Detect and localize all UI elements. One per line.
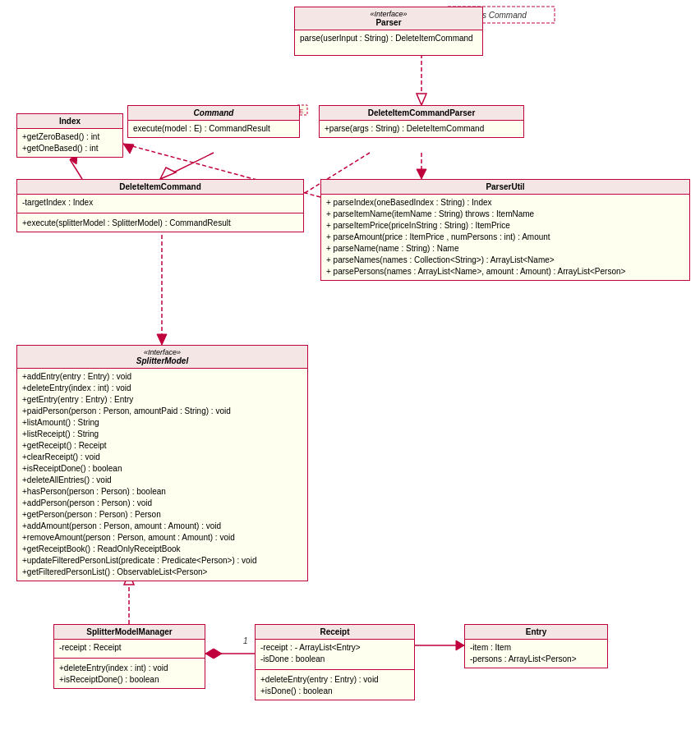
parser-header: «Interface» Parser — [295, 7, 482, 30]
delete-item-command-name: DeleteItemCommand — [21, 182, 299, 191]
splitter-model-manager-box: SplitterModelManager -receipt : Receipt … — [53, 624, 205, 689]
sm-field-17: +getFilteredPersonList() : ObservableLis… — [22, 567, 302, 578]
multiplicity-label-one: 1 — [243, 636, 248, 645]
parser-method-0: parse(userInput : String) : DeleteItemCo… — [300, 33, 477, 44]
index-box: Index +getZeroBased() : int +getOneBased… — [16, 113, 123, 158]
parser-util-field-3: + parseAmount(price : ItemPrice , numPer… — [326, 232, 684, 243]
command-box: Command execute(model : E) : CommandResu… — [127, 105, 300, 138]
sm-field-16: +updateFilteredPersonList(predicate : Pr… — [22, 555, 302, 567]
parser-box: «Interface» Parser parse(userInput : Str… — [294, 7, 483, 56]
svg-marker-13 — [157, 334, 167, 345]
parser-util-field-4: + parseName(name : String) : Name — [326, 243, 684, 255]
splitter-model-body: +addEntry(entry : Entry) : void +deleteE… — [17, 369, 307, 581]
svg-marker-11 — [123, 144, 134, 154]
parser-util-box: ParserUtil + parseIndex(oneBasedIndex : … — [320, 179, 690, 281]
sm-field-5: +listReceipt() : String — [22, 429, 302, 440]
receipt-method-1: +isDone() : boolean — [260, 686, 409, 697]
receipt-box: Receipt -receipt : - ArrayList<Entry> -i… — [255, 624, 415, 700]
delete-item-command-fields: -targetIndex : Index — [17, 195, 303, 211]
splitter-model-box: «Interface» SplitterModel +addEntry(entr… — [16, 345, 308, 581]
entry-box: Entry -item : Item -persons : ArrayList<… — [464, 624, 608, 668]
entry-name: Entry — [469, 627, 603, 636]
svg-marker-19 — [456, 640, 464, 650]
smm-method-0: +deleteEntry(index : int) : void — [59, 663, 200, 674]
delete-item-command-box: DeleteItemCommand -targetIndex : Index +… — [16, 179, 304, 232]
receipt-name: Receipt — [260, 627, 410, 636]
sm-field-14: +removeAmount(person : Person, amount : … — [22, 532, 302, 544]
parser-util-field-6: + parsePersons(names : ArrayList<Name>, … — [326, 266, 684, 278]
splitter-model-stereotype: «Interface» — [21, 348, 303, 356]
delete-item-command-divider — [17, 213, 303, 213]
receipt-divider — [256, 669, 414, 670]
entry-fields: -item : Item -persons : ArrayList<Person… — [465, 640, 607, 668]
index-name: Index — [21, 117, 118, 126]
delete-item-command-methods: +execute(splitterModel : SplitterModel) … — [17, 215, 303, 232]
parser-stereotype: «Interface» — [299, 10, 478, 18]
smm-field-0: -receipt : Receipt — [59, 642, 200, 654]
parser-body: parse(userInput : String) : DeleteItemCo… — [295, 30, 482, 47]
sm-field-2: +getEntry(entry : Entry) : Entry — [22, 394, 302, 406]
sm-field-9: +deleteAllEntries() : void — [22, 475, 302, 486]
command-body: execute(model : E) : CommandResult — [128, 121, 299, 137]
svg-marker-1 — [417, 94, 426, 105]
sm-field-12: +getPerson(person : Person) : Person — [22, 509, 302, 521]
svg-line-2 — [160, 153, 214, 179]
svg-marker-3 — [160, 168, 176, 179]
delete-item-command-method-0: +execute(splitterModel : SplitterModel) … — [22, 218, 298, 229]
smm-fields: -receipt : Receipt — [54, 640, 205, 656]
index-field-0: +getZeroBased() : int — [22, 131, 117, 143]
delete-item-command-parser-method-0: +parse(args : String) : DeleteItemComman… — [325, 123, 518, 135]
receipt-method-0: +deleteEntry(entry : Entry) : void — [260, 674, 409, 686]
delete-item-command-parser-name: DeleteItemCommandParser — [324, 108, 519, 117]
svg-marker-17 — [205, 649, 222, 659]
parser-util-name: ParserUtil — [325, 182, 685, 191]
receipt-field-0: -receipt : - ArrayList<Entry> — [260, 642, 409, 654]
splitter-model-name: SplitterModel — [21, 356, 303, 365]
delete-item-command-field-0: -targetIndex : Index — [22, 197, 298, 209]
sm-field-0: +addEntry(entry : Entry) : void — [22, 371, 302, 383]
smm-name: SplitterModelManager — [58, 627, 200, 636]
entry-field-0: -item : Item — [470, 642, 602, 654]
sm-field-3: +paidPerson(person : Person, amountPaid … — [22, 406, 302, 417]
sm-field-13: +addAmount(person : Person, amount : Amo… — [22, 521, 302, 532]
index-field-1: +getOneBased() : int — [22, 143, 117, 154]
sm-field-11: +addPerson(person : Person) : void — [22, 498, 302, 509]
command-name: Command — [132, 108, 295, 117]
receipt-methods: +deleteEntry(entry : Entry) : void +isDo… — [256, 672, 414, 700]
parser-util-header: ParserUtil — [321, 180, 689, 195]
parser-util-field-2: + parseItemPrice(priceInString : String)… — [326, 220, 684, 232]
index-body: +getZeroBased() : int +getOneBased() : i… — [17, 129, 122, 157]
entry-field-1: -persons : ArrayList<Person> — [470, 654, 602, 665]
delete-item-command-header: DeleteItemCommand — [17, 180, 303, 195]
index-header: Index — [17, 114, 122, 129]
sm-field-6: +getReceipt() : Receipt — [22, 440, 302, 452]
parser-util-body: + parseIndex(oneBasedIndex : String) : I… — [321, 195, 689, 280]
parser-util-field-5: + parseNames(names : Collection<String>)… — [326, 255, 684, 266]
delete-item-command-parser-header: DeleteItemCommandParser — [320, 106, 523, 121]
sm-field-10: +hasPerson(person : Person) : boolean — [22, 486, 302, 498]
delete-item-command-parser-body: +parse(args : String) : DeleteItemComman… — [320, 121, 523, 137]
delete-item-command-parser-box: DeleteItemCommandParser +parse(args : St… — [319, 105, 524, 138]
sm-field-4: +listAmount() : String — [22, 417, 302, 429]
command-method-0: execute(model : E) : CommandResult — [133, 123, 294, 135]
sm-field-15: +getReceiptBook() : ReadOnlyReceiptBook — [22, 544, 302, 555]
entry-header: Entry — [465, 625, 607, 640]
sm-field-7: +clearReceipt() : void — [22, 452, 302, 463]
sm-field-1: +deleteEntry(index : int) : void — [22, 383, 302, 394]
smm-methods: +deleteEntry(index : int) : void +isRece… — [54, 660, 205, 688]
splitter-model-header: «Interface» SplitterModel — [17, 346, 307, 369]
svg-marker-7 — [417, 169, 426, 179]
smm-divider — [54, 658, 205, 659]
receipt-header: Receipt — [256, 625, 414, 640]
uml-diagram: E T extends Command «Interface» Parser p… — [0, 0, 700, 739]
smm-method-1: +isReceiptDone() : boolean — [59, 674, 200, 686]
parser-util-field-1: + parseItemName(itemName : String) throw… — [326, 209, 684, 220]
svg-line-8 — [70, 159, 82, 179]
receipt-fields: -receipt : - ArrayList<Entry> -isDone : … — [256, 640, 414, 668]
smm-header: SplitterModelManager — [54, 625, 205, 640]
command-header: Command — [128, 106, 299, 121]
parser-name: Parser — [299, 18, 478, 27]
parser-util-field-0: + parseIndex(oneBasedIndex : String) : I… — [326, 197, 684, 209]
receipt-field-1: -isDone : boolean — [260, 654, 409, 665]
sm-field-8: +isReceiptDone() : boolean — [22, 463, 302, 475]
